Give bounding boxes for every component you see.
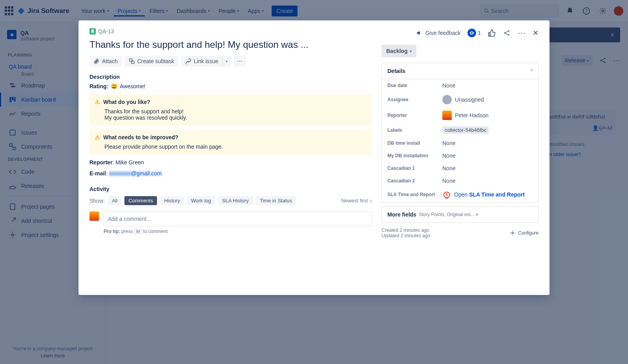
label-chip[interactable]: collector-54b46fbc: [442, 126, 489, 134]
more-actions-button[interactable]: ⋯: [234, 56, 246, 67]
sla-icon: SLA: [442, 190, 451, 199]
like-icon[interactable]: [488, 29, 496, 37]
issue-title[interactable]: Thanks for the support and help! My ques…: [89, 39, 372, 50]
details-heading[interactable]: Details ˄: [382, 63, 538, 79]
comment-protip: Pro tip: press M to comment: [104, 229, 372, 234]
filter-comments[interactable]: Comments: [124, 196, 157, 205]
smile-icon: 😃: [111, 83, 117, 89]
activity-filters: Show: All Comments History Work log SLA …: [89, 196, 372, 205]
gear-icon: [509, 230, 516, 236]
details-panel: Details ˄ Due dateNone Assignee Unassign…: [382, 63, 539, 202]
attach-button[interactable]: Attach: [89, 56, 122, 67]
filter-time-in-status[interactable]: Time in Status: [256, 196, 296, 205]
field-cascadian2[interactable]: Cascadian 2None: [382, 175, 538, 187]
description-heading: Description: [89, 74, 372, 80]
rating-line: Rating: 😃 Awesome!: [89, 83, 372, 89]
svg-point-25: [512, 232, 513, 234]
issue-modal: QA-13 Thanks for the support and help! M…: [78, 20, 550, 295]
comment-input[interactable]: Add a comment...: [104, 211, 372, 226]
attach-icon: [93, 58, 100, 64]
link-issue-dropdown[interactable]: ▾: [222, 56, 231, 67]
sort-icon: ↕: [370, 198, 372, 204]
field-due-date[interactable]: Due dateNone: [382, 79, 538, 92]
status-dropdown[interactable]: Backlog▾: [382, 45, 416, 57]
field-my-db[interactable]: My DB installationNone: [382, 149, 538, 162]
issue-breadcrumb[interactable]: QA-13: [89, 28, 372, 35]
svg-point-21: [508, 30, 509, 31]
field-db-time[interactable]: DB time installNone: [382, 137, 538, 149]
filter-sla-history[interactable]: SLA History: [218, 196, 253, 205]
email-link[interactable]: xxxxxxxx@gmail.com: [109, 170, 162, 177]
chevron-up-icon: ˄: [531, 69, 533, 73]
svg-point-22: [508, 34, 509, 35]
filter-all[interactable]: All: [108, 196, 121, 205]
modal-main: QA-13 Thanks for the support and help! M…: [89, 28, 382, 287]
eye-icon: [467, 29, 476, 37]
share-icon[interactable]: [503, 29, 511, 37]
chevron-down-icon: ▾: [410, 49, 412, 53]
panel-like: ⚠What do you like? Thanks for the suppor…: [89, 94, 372, 126]
chevron-down-icon: ▾: [476, 212, 533, 217]
issue-actions: Attach Create subtask Link issue ▾ ⋯: [89, 56, 372, 67]
more-fields-toggle[interactable]: More fields Story Points, Original estim…: [382, 206, 539, 223]
filter-worklog[interactable]: Work log: [187, 196, 215, 205]
field-cascadian1[interactable]: Cascadian 1None: [382, 162, 538, 175]
svg-text:SLA: SLA: [445, 197, 449, 199]
close-button[interactable]: ✕: [533, 29, 539, 37]
configure-button[interactable]: Configure: [509, 228, 539, 238]
watch-button[interactable]: 1: [467, 29, 481, 37]
timestamps: Created 2 minutes ago Updated 2 minutes …: [382, 228, 539, 238]
filter-history[interactable]: History: [160, 196, 184, 205]
field-labels[interactable]: Labels collector-54b46fbc: [382, 123, 538, 137]
field-sla[interactable]: SLA Time and Report SLA Open SLA Time an…: [382, 187, 538, 202]
current-user-avatar: [89, 211, 99, 221]
panel-improve: ⚠What needs to be improved? Please provi…: [89, 129, 372, 155]
unassigned-avatar-icon: [442, 95, 452, 104]
more-icon[interactable]: ⋯: [518, 28, 526, 38]
field-assignee[interactable]: Assignee Unassigned: [382, 92, 538, 107]
email-line: E-mail: xxxxxxxx@gmail.com: [89, 170, 372, 177]
reporter-line: Reporter: Mike Green: [89, 159, 372, 166]
warning-icon: ⚠: [95, 99, 100, 105]
megaphone-icon: [416, 29, 423, 36]
story-icon: [89, 28, 96, 35]
field-reporter[interactable]: Reporter Peter Hadson: [382, 107, 538, 123]
modal-side: Give feedback 1 ⋯ ✕ Backlog▾ Details ˄ D…: [382, 28, 539, 287]
link-icon: [185, 58, 192, 64]
user-avatar-icon: [442, 111, 452, 120]
create-subtask-button[interactable]: Create subtask: [125, 56, 178, 67]
warning-icon: ⚠: [95, 134, 100, 140]
subtask-icon: [129, 58, 135, 64]
link-issue-button[interactable]: Link issue: [181, 56, 222, 67]
svg-point-20: [504, 32, 505, 33]
activity-heading: Activity: [89, 186, 372, 192]
give-feedback-button[interactable]: Give feedback: [416, 29, 461, 36]
sort-newest-first[interactable]: Newest first ↕: [341, 198, 372, 204]
